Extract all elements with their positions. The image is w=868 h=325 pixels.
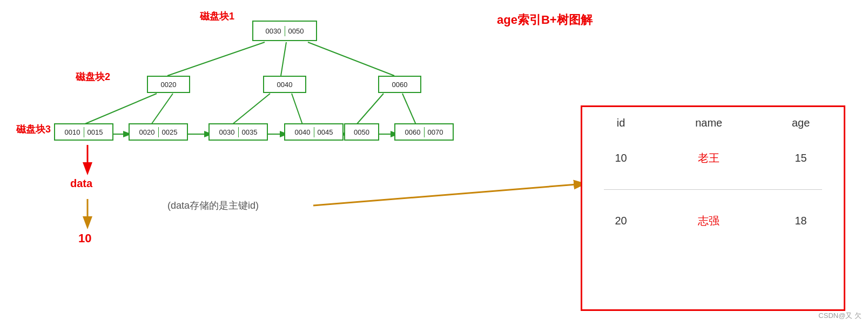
leaf-node-2: 0020 0025 xyxy=(129,123,188,141)
data-desc: (data存储的是主键id) xyxy=(167,199,259,212)
level2-node-1: 0020 xyxy=(147,76,190,93)
leaf6-cell1: 0060 xyxy=(402,127,425,137)
leaf5-cell1: 0050 xyxy=(351,127,373,137)
data-label: data xyxy=(70,177,92,190)
svg-line-6 xyxy=(292,94,302,124)
leaf2-cell2: 0025 xyxy=(159,127,181,137)
leaf2-cell1: 0020 xyxy=(136,127,159,137)
row1-name: 老王 xyxy=(660,139,758,177)
row1-id: 10 xyxy=(582,139,660,177)
leaf1-cell2: 0015 xyxy=(84,127,106,137)
svg-line-1 xyxy=(281,42,286,76)
col-age: age xyxy=(758,107,844,139)
level2-node-3: 0060 xyxy=(378,76,421,93)
row2-name: 志强 xyxy=(660,202,758,240)
table-row: 10 老王 15 xyxy=(582,139,844,177)
disk3-label: 磁盘块3 xyxy=(16,123,51,136)
svg-line-3 xyxy=(84,94,157,124)
leaf4-cell1: 0040 xyxy=(292,127,314,137)
leaf-node-5: 0050 xyxy=(344,123,379,141)
l2-cell1: 0020 xyxy=(158,79,180,90)
root-node: 0030 0050 xyxy=(252,21,317,41)
leaf-node-4: 0040 0045 xyxy=(284,123,344,141)
root-cell2: 0050 xyxy=(285,26,307,36)
svg-line-0 xyxy=(167,42,265,76)
row2-age: 18 xyxy=(758,202,844,240)
col-name: name xyxy=(660,107,758,139)
row2-id: 20 xyxy=(582,202,660,240)
root-cell1: 0030 xyxy=(263,26,285,36)
svg-line-5 xyxy=(232,94,270,124)
leaf-node-3: 0030 0035 xyxy=(208,123,268,141)
col-id: id xyxy=(582,107,660,139)
leaf-node-6: 0060 0070 xyxy=(394,123,454,141)
leaf1-cell1: 0010 xyxy=(62,127,84,137)
leaf3-cell1: 0030 xyxy=(216,127,239,137)
l2-cell3: 0060 xyxy=(389,79,411,90)
level2-node-2: 0040 xyxy=(263,76,306,93)
svg-line-2 xyxy=(308,42,394,76)
leaf-node-1: 0010 0015 xyxy=(54,123,113,141)
tree-title: age索引B+树图解 xyxy=(497,12,593,28)
table-row: 20 志强 18 xyxy=(582,202,844,240)
row1-age: 15 xyxy=(758,139,844,177)
svg-line-4 xyxy=(151,94,173,124)
data-table: id name age 10 老王 15 20 志强 18 xyxy=(581,105,845,311)
data-value: 10 xyxy=(78,231,91,246)
leaf4-cell2: 0045 xyxy=(314,127,337,137)
disk1-label: 磁盘块1 xyxy=(200,10,234,23)
watermark: CSDN@又 欠 xyxy=(818,311,862,321)
leaf6-cell2: 0070 xyxy=(425,127,447,137)
disk2-label: 磁盘块2 xyxy=(76,70,110,83)
leaf3-cell2: 0035 xyxy=(239,127,261,137)
svg-line-7 xyxy=(356,94,383,124)
l2-cell2: 0040 xyxy=(274,79,296,90)
svg-line-16 xyxy=(313,184,583,205)
svg-line-8 xyxy=(402,94,416,124)
